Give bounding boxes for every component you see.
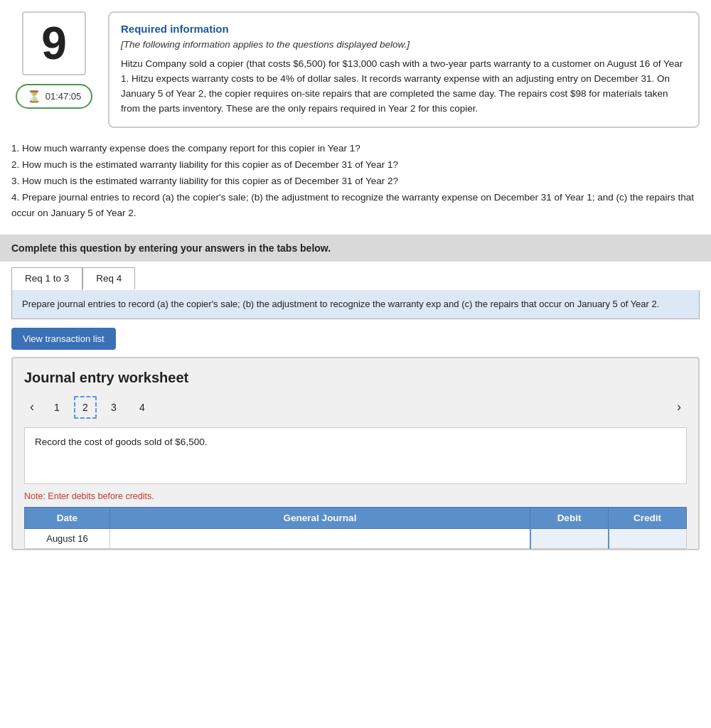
complete-banner: Complete this question by entering your … bbox=[0, 235, 711, 262]
timer-icon: ⏳ bbox=[27, 90, 41, 103]
question-2: 2. How much is the estimated warranty li… bbox=[11, 157, 700, 173]
tab-req4[interactable]: Req 4 bbox=[82, 267, 135, 290]
tab-req1to3[interactable]: Req 1 to 3 bbox=[11, 267, 82, 290]
info-panel: Required information [The following info… bbox=[108, 11, 700, 128]
journal-table: Date General Journal Debit Credit August… bbox=[24, 507, 687, 549]
info-title: Required information bbox=[121, 23, 687, 35]
prev-page-button[interactable]: ‹ bbox=[24, 398, 40, 416]
worksheet-title: Journal entry worksheet bbox=[24, 370, 687, 386]
page-3[interactable]: 3 bbox=[102, 396, 125, 419]
worksheet-box: Journal entry worksheet ‹ 1 2 3 4 › Reco… bbox=[11, 357, 700, 550]
info-body: Hitzu Company sold a copier (that costs … bbox=[121, 57, 687, 117]
row-credit[interactable] bbox=[609, 528, 687, 548]
credit-input[interactable] bbox=[616, 533, 680, 544]
info-subtitle: [The following information applies to th… bbox=[121, 39, 687, 50]
question-3: 3. How much is the estimated warranty li… bbox=[11, 173, 700, 190]
row-date: August 16 bbox=[25, 528, 110, 548]
timer-value: 01:47:05 bbox=[46, 91, 82, 102]
question-number: 9 bbox=[22, 11, 86, 75]
note-text: Note: Enter debits before credits. bbox=[24, 491, 687, 501]
timer-box: ⏳ 01:47:05 bbox=[16, 84, 93, 109]
col-header-credit: Credit bbox=[609, 507, 687, 528]
question-4: 4. Prepare journal entries to record (a)… bbox=[11, 190, 700, 223]
col-header-debit: Debit bbox=[530, 507, 609, 528]
col-header-date: Date bbox=[25, 507, 110, 528]
question-1: 1. How much warranty expense does the co… bbox=[11, 141, 700, 157]
left-panel: 9 ⏳ 01:47:05 bbox=[11, 11, 97, 128]
record-box: Record the cost of goods sold of $6,500. bbox=[24, 427, 687, 484]
col-header-general-journal: General Journal bbox=[110, 507, 530, 528]
page-4[interactable]: 4 bbox=[131, 396, 154, 419]
general-journal-input[interactable] bbox=[117, 533, 523, 544]
tab-content-area: Prepare journal entries to record (a) th… bbox=[11, 290, 700, 319]
tab-content-text: Prepare journal entries to record (a) th… bbox=[22, 299, 659, 309]
debit-input[interactable] bbox=[538, 533, 601, 544]
view-transaction-button[interactable]: View transaction list bbox=[11, 328, 116, 350]
row-debit[interactable] bbox=[530, 528, 609, 548]
table-row: August 16 bbox=[25, 528, 687, 548]
next-page-button[interactable]: › bbox=[671, 398, 687, 416]
row-general-journal[interactable] bbox=[110, 528, 530, 548]
tabs-container: Req 1 to 3 Req 4 bbox=[0, 262, 711, 290]
questions-section: 1. How much warranty expense does the co… bbox=[0, 134, 711, 230]
record-text: Record the cost of goods sold of $6,500. bbox=[35, 437, 207, 447]
page-1[interactable]: 1 bbox=[46, 396, 68, 419]
page-2[interactable]: 2 bbox=[74, 396, 97, 419]
pagination-row: ‹ 1 2 3 4 › bbox=[24, 396, 687, 419]
